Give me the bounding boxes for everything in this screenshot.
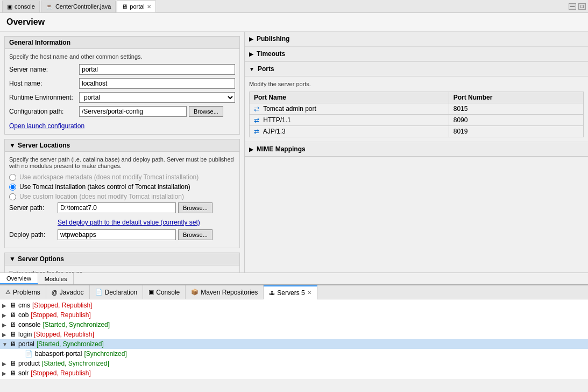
servers-icon: 🖧 bbox=[269, 290, 275, 296]
tab-javadoc[interactable]: @ Javadoc bbox=[46, 285, 90, 299]
tab-servers[interactable]: 🖧 Servers 5 ✕ bbox=[264, 285, 317, 299]
babasport-icon: 📄 bbox=[25, 350, 33, 358]
cob-status: [Stopped, Republish] bbox=[31, 311, 90, 319]
config-browse-button[interactable]: Browse... bbox=[189, 106, 223, 117]
tab-center-controller[interactable]: ☕ CenterController.java bbox=[41, 1, 116, 12]
server-locations-title: Server Locations bbox=[18, 142, 70, 149]
ports-table: Port Name Port Number ⇄ Tomcat admin por… bbox=[249, 92, 584, 137]
radio-tomcat-input[interactable] bbox=[9, 184, 16, 191]
general-info-title: General Information bbox=[9, 39, 70, 46]
left-panel: General Information Specify the host nam… bbox=[0, 32, 245, 272]
tab-console[interactable]: ▣ Console bbox=[143, 285, 186, 299]
publishing-arrow: ▶ bbox=[249, 36, 253, 42]
product-icon: 🖥 bbox=[10, 360, 16, 367]
server-solr[interactable]: ▶ 🖥 solr [Stopped, Republish] bbox=[0, 368, 588, 378]
radio-custom[interactable]: Use custom location (does not modify Tom… bbox=[9, 193, 235, 200]
host-name-input[interactable] bbox=[79, 78, 235, 89]
tab-problems[interactable]: ⚠ Problems bbox=[0, 285, 46, 299]
cms-name: cms bbox=[18, 302, 30, 309]
server-path-label: Server path: bbox=[9, 204, 58, 212]
port-icon-admin: ⇄ bbox=[254, 105, 259, 113]
editor-tab-overview[interactable]: Overview bbox=[0, 273, 38, 284]
tab-portal[interactable]: 🖥 portal ✕ bbox=[117, 1, 156, 12]
server-path-browse-button[interactable]: Browse... bbox=[178, 202, 212, 213]
server-options-arrow: ▼ bbox=[9, 255, 16, 263]
timeouts-header[interactable]: ▶ Timeouts bbox=[245, 47, 588, 61]
portal-name: portal bbox=[18, 340, 34, 348]
radio-workspace-input[interactable] bbox=[9, 174, 16, 181]
console-icon: ▣ bbox=[7, 3, 12, 10]
ports-section: ▼ Ports Modify the server ports. Port Na… bbox=[245, 62, 588, 142]
config-path-label: Configuration path: bbox=[9, 108, 79, 115]
solr-icon: 🖥 bbox=[10, 369, 16, 377]
radio-custom-input[interactable] bbox=[9, 193, 16, 200]
server-cms[interactable]: ▶ 🖥 cms [Stopped, Republish] bbox=[0, 300, 588, 310]
deploy-path-input[interactable] bbox=[58, 229, 176, 240]
port-number-http[interactable]: 8090 bbox=[449, 115, 583, 126]
login-icon: 🖥 bbox=[10, 331, 16, 338]
servers-close-icon[interactable]: ✕ bbox=[307, 290, 311, 296]
port-number-admin[interactable]: 8015 bbox=[449, 103, 583, 115]
mime-title: MIME Mappings bbox=[257, 145, 306, 153]
tab-label-portal: portal bbox=[130, 3, 145, 10]
editor-tab-modules[interactable]: Modules bbox=[38, 273, 74, 284]
server-path-input[interactable] bbox=[58, 202, 176, 213]
maven-icon: 📦 bbox=[191, 289, 199, 296]
ports-header[interactable]: ▼ Ports bbox=[245, 62, 588, 76]
tab-maven[interactable]: 📦 Maven Repositories bbox=[186, 285, 264, 299]
babasport-status: [Synchronized] bbox=[84, 350, 126, 358]
runtime-env-select[interactable]: portal bbox=[79, 92, 235, 103]
bottom-tab-bar: ⚠ Problems @ Javadoc 📄 Declaration ▣ Con… bbox=[0, 285, 588, 299]
server-babasport[interactable]: 📄 babasport-portal [Synchronized] bbox=[0, 349, 588, 359]
mime-mappings-header[interactable]: ▶ MIME Mappings bbox=[245, 142, 588, 157]
config-path-input[interactable] bbox=[79, 106, 187, 117]
timeouts-title: Timeouts bbox=[257, 50, 285, 58]
radio-workspace[interactable]: Use workspace metadata (does not modify … bbox=[9, 173, 235, 181]
console-arrow: ▶ bbox=[2, 322, 10, 328]
radio-workspace-label: Use workspace metadata (does not modify … bbox=[19, 173, 199, 181]
deploy-path-browse-button[interactable]: Browse... bbox=[178, 229, 212, 240]
runtime-env-label: Runtime Environment: bbox=[9, 94, 79, 101]
server-options-header: ▼ Server Options bbox=[5, 253, 239, 265]
radio-tomcat[interactable]: Use Tomcat installation (takes control o… bbox=[9, 183, 235, 191]
tab-servers-label: Servers 5 bbox=[277, 289, 304, 297]
server-name-input[interactable] bbox=[79, 64, 235, 75]
maximize-button[interactable]: □ bbox=[578, 3, 586, 10]
port-number-ajp[interactable]: 8019 bbox=[449, 126, 583, 137]
server-product[interactable]: ▶ 🖥 product [Started, Synchronized] bbox=[0, 359, 588, 368]
declaration-icon: 📄 bbox=[95, 289, 103, 296]
port-number-header: Port Number bbox=[449, 92, 583, 103]
cob-arrow: ▶ bbox=[2, 312, 10, 318]
radio-custom-label: Use custom location (does not modify Tom… bbox=[19, 193, 184, 200]
tab-declaration[interactable]: 📄 Declaration bbox=[90, 285, 144, 299]
solr-name: solr bbox=[18, 369, 29, 377]
server-login[interactable]: ▶ 🖥 login [Stopped, Republish] bbox=[0, 330, 588, 339]
portal-arrow: ▼ bbox=[2, 341, 10, 347]
portal-icon: 🖥 bbox=[10, 340, 16, 348]
timeouts-section: ▶ Timeouts bbox=[245, 47, 588, 62]
problems-icon: ⚠ bbox=[5, 289, 11, 296]
timeouts-arrow: ▶ bbox=[249, 51, 253, 57]
page-title: Overview bbox=[0, 13, 588, 32]
port-name-ajp: ⇄ AJP/1.3 bbox=[250, 126, 449, 137]
open-launch-link[interactable]: Open launch configuration bbox=[9, 120, 235, 130]
set-deploy-link[interactable]: Set deploy path to the default value (cu… bbox=[58, 219, 200, 226]
server-portal[interactable]: ▼ 🖥 portal [Started, Synchronized] bbox=[0, 339, 588, 349]
close-tab-icon[interactable]: ✕ bbox=[147, 4, 151, 10]
product-name: product bbox=[18, 360, 40, 367]
publishing-header[interactable]: ▶ Publishing bbox=[245, 32, 588, 46]
server-locations-desc: Specify the server path (i.e. catalina.b… bbox=[9, 156, 235, 169]
login-name: login bbox=[18, 331, 32, 338]
tab-declaration-label: Declaration bbox=[105, 289, 138, 296]
tab-console[interactable]: ▣ console bbox=[2, 1, 40, 12]
cob-icon: 🖥 bbox=[10, 311, 16, 319]
java-icon: ☕ bbox=[46, 3, 53, 10]
product-status: [Started, Synchronized] bbox=[42, 360, 109, 367]
mime-arrow: ▶ bbox=[249, 146, 253, 152]
console-srv-icon: 🖥 bbox=[10, 321, 16, 328]
server-console[interactable]: ▶ 🖥 console [Started, Synchronized] bbox=[0, 320, 588, 330]
general-info-section: General Information Specify the host nam… bbox=[4, 36, 240, 135]
portal-status: [Started, Synchronized] bbox=[37, 340, 104, 348]
minimize-button[interactable]: — bbox=[569, 3, 576, 10]
server-cob[interactable]: ▶ 🖥 cob [Stopped, Republish] bbox=[0, 310, 588, 320]
